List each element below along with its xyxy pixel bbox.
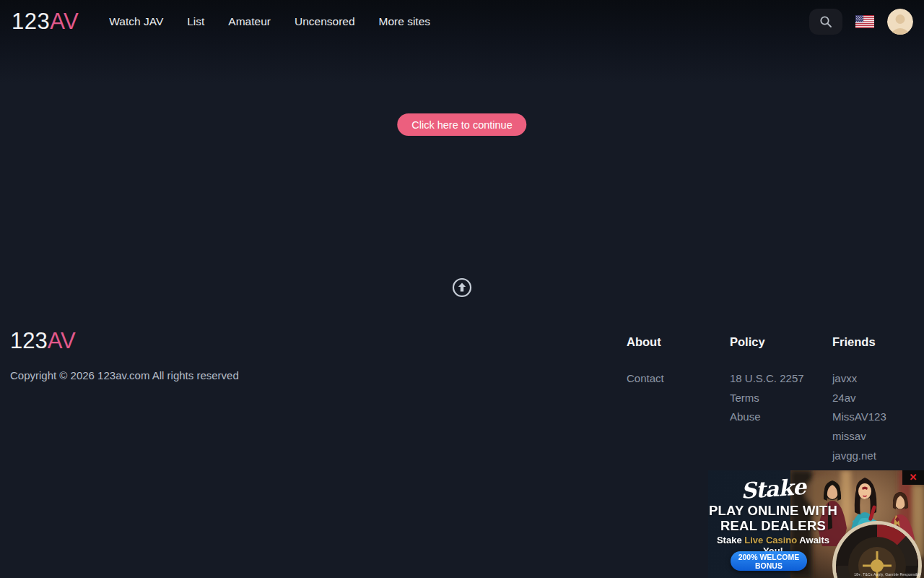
ad-sub-prefix: Stake	[717, 535, 744, 545]
ad-brand-logo: Stake	[708, 472, 839, 506]
footer-link-2257[interactable]: 18 U.S.C. 2257	[730, 372, 804, 384]
footer-column-title: About	[627, 335, 664, 349]
ad-headline-line2: REAL DEALERS	[708, 518, 838, 533]
avatar-icon	[887, 9, 913, 35]
nav-item-amateur[interactable]: Amateur	[228, 15, 271, 28]
footer-column-about: About Contact	[627, 335, 664, 392]
us-flag-icon[interactable]	[855, 15, 874, 28]
search-icon	[819, 15, 832, 28]
main-nav: Watch JAV List Amateur Uncensored More s…	[109, 15, 430, 28]
copyright-text: Copyright © 2026 123av.com All rights re…	[10, 369, 239, 381]
footer-link-javxx[interactable]: javxx	[832, 372, 857, 384]
nav-item-uncensored[interactable]: Uncensored	[295, 15, 355, 28]
casino-ad-banner[interactable]: Stake PLAY ONLINE WITH REAL DEALERS Stak…	[708, 470, 924, 578]
footer-column-title: Policy	[730, 335, 804, 349]
continue-button[interactable]: Click here to continue	[397, 113, 526, 136]
ad-headline-line1: PLAY ONLINE WITH	[708, 503, 838, 518]
scroll-to-top-button[interactable]	[452, 277, 472, 298]
footer-link-terms[interactable]: Terms	[730, 392, 759, 404]
footer-logo-prefix: 123	[10, 328, 48, 353]
footer-link-abuse[interactable]: Abuse	[730, 410, 761, 423]
ad-close-button[interactable]: ✕	[902, 470, 924, 485]
footer-link-missav123[interactable]: MissAV123	[832, 410, 886, 423]
nav-item-watch-jav[interactable]: Watch JAV	[109, 15, 163, 28]
footer-link-24av[interactable]: 24av	[832, 392, 856, 404]
footer-column-friends: Friends javxx 24av MissAV123 missav javg…	[832, 335, 886, 488]
logo-prefix: 123	[12, 9, 50, 34]
ad-headline: PLAY ONLINE WITH REAL DEALERS	[708, 503, 838, 533]
footer-column-policy: Policy 18 U.S.C. 2257 Terms Abuse	[730, 335, 804, 430]
footer-link-missav[interactable]: missav	[832, 430, 866, 442]
user-avatar[interactable]	[887, 9, 913, 35]
ad-sub-highlight: Live Casino	[744, 535, 797, 545]
topbar-right-group	[809, 0, 913, 43]
page: 123AV Watch JAV List Amateur Uncensored …	[0, 0, 924, 578]
top-navigation-bar: 123AV Watch JAV List Amateur Uncensored …	[0, 0, 924, 43]
footer-column-title: Friends	[832, 335, 886, 349]
arrow-up-circle-icon	[452, 277, 472, 298]
ad-cta-button[interactable]: 200% WELCOME BONUS	[731, 551, 807, 571]
logo-suffix: AV	[50, 9, 79, 34]
search-button[interactable]	[809, 9, 842, 35]
footer-logo-suffix: AV	[48, 328, 76, 353]
footer-link-javgg[interactable]: javgg.net	[832, 449, 876, 462]
footer-logo[interactable]: 123AV	[10, 328, 76, 354]
ad-disclaimer-text: 18+, T&Cs Apply, Gamble Responsibly	[854, 572, 921, 577]
nav-item-list[interactable]: List	[187, 15, 204, 28]
nav-item-more-sites[interactable]: More sites	[379, 15, 431, 28]
footer-link-contact[interactable]: Contact	[627, 372, 664, 384]
site-logo[interactable]: 123AV	[12, 9, 79, 35]
